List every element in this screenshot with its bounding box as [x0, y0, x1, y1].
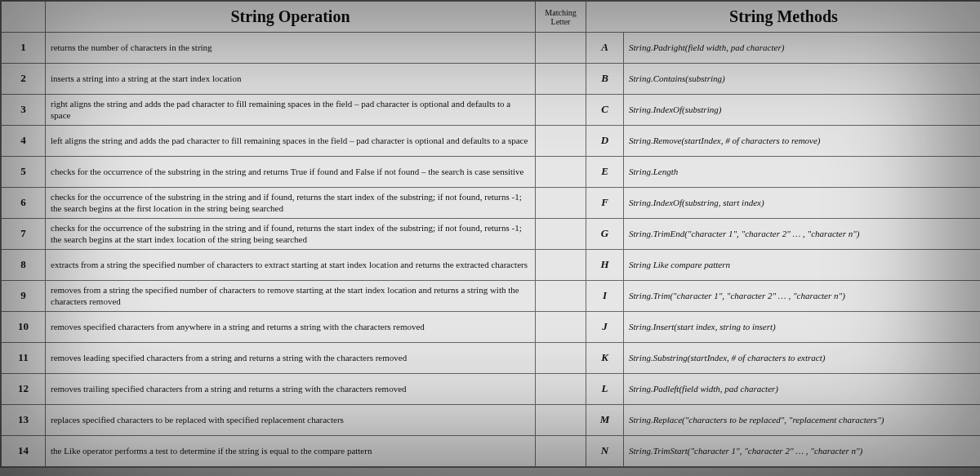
method-letter: C — [586, 95, 624, 126]
table-row: 4left aligns the string and adds the pad… — [2, 126, 981, 157]
header-matching: Matching Letter — [536, 2, 586, 33]
operation-description: removes specified characters from anywhe… — [46, 312, 536, 343]
operation-description: extracts from a string the specified num… — [46, 250, 536, 281]
method-signature: String.Length — [624, 157, 981, 188]
method-letter: B — [586, 64, 624, 95]
method-letter: M — [586, 405, 624, 436]
row-number: 4 — [2, 126, 46, 157]
row-number: 6 — [2, 188, 46, 219]
header-blank-num — [2, 2, 46, 33]
matching-letter-cell[interactable] — [536, 33, 586, 64]
method-letter: K — [586, 343, 624, 374]
matching-letter-cell[interactable] — [536, 312, 586, 343]
method-signature: String.Padright(field width, pad charact… — [624, 33, 981, 64]
row-number: 2 — [2, 64, 46, 95]
method-signature: String.Remove(startIndex, # of character… — [624, 126, 981, 157]
table-row: 1returns the number of characters in the… — [2, 33, 981, 64]
table-row: 12removes trailing specified characters … — [2, 374, 981, 405]
matching-letter-cell[interactable] — [536, 126, 586, 157]
table-row: 13replaces specified characters to be re… — [2, 405, 981, 436]
matching-letter-cell[interactable] — [536, 188, 586, 219]
row-number: 14 — [2, 436, 46, 467]
method-letter: A — [586, 33, 624, 64]
method-letter: G — [586, 219, 624, 250]
row-number: 11 — [2, 343, 46, 374]
operation-description: right aligns the string and adds the pad… — [46, 95, 536, 126]
header-row: String Operation Matching Letter String … — [2, 2, 981, 33]
table-row: 5checks for the occurrence of the substr… — [2, 157, 981, 188]
method-signature: String.TrimEnd("character 1", "character… — [624, 219, 981, 250]
row-number: 3 — [2, 95, 46, 126]
operation-description: checks for the occurrence of the substri… — [46, 188, 536, 219]
method-signature: String.Replace("characters to be replace… — [624, 405, 981, 436]
method-signature: String.Contains(substring) — [624, 64, 981, 95]
matching-letter-cell[interactable] — [536, 281, 586, 312]
table-row: 9removes from a string the specified num… — [2, 281, 981, 312]
matching-letter-cell[interactable] — [536, 219, 586, 250]
matching-letter-cell[interactable] — [536, 250, 586, 281]
method-letter: F — [586, 188, 624, 219]
operation-description: checks for the occurrence of the substri… — [46, 219, 536, 250]
method-letter: I — [586, 281, 624, 312]
table-row: 2inserts a string into a string at the s… — [2, 64, 981, 95]
operation-description: checks for the occurrence of the substri… — [46, 157, 536, 188]
method-letter: H — [586, 250, 624, 281]
operation-description: replaces specified characters to be repl… — [46, 405, 536, 436]
row-number: 5 — [2, 157, 46, 188]
table-row: 10removes specified characters from anyw… — [2, 312, 981, 343]
method-signature: String.Trim("character 1", "character 2"… — [624, 281, 981, 312]
table-row: 3right aligns the string and adds the pa… — [2, 95, 981, 126]
operation-description: removes from a string the specified numb… — [46, 281, 536, 312]
method-letter: D — [586, 126, 624, 157]
method-signature: String.Substring(startIndex, # of charac… — [624, 343, 981, 374]
matching-letter-cell[interactable] — [536, 95, 586, 126]
operation-description: removes trailing specified characters fr… — [46, 374, 536, 405]
operation-description: the Like operator performs a test to det… — [46, 436, 536, 467]
method-letter: L — [586, 374, 624, 405]
row-number: 10 — [2, 312, 46, 343]
table-row: 14the Like operator performs a test to d… — [2, 436, 981, 467]
operation-description: returns the number of characters in the … — [46, 33, 536, 64]
method-signature: String Like compare pattern — [624, 250, 981, 281]
row-number: 7 — [2, 219, 46, 250]
method-signature: String.IndexOf(substring, start index) — [624, 188, 981, 219]
method-signature: String.Insert(start index, string to ins… — [624, 312, 981, 343]
method-signature: String.IndexOf(substring) — [624, 95, 981, 126]
matching-letter-cell[interactable] — [536, 374, 586, 405]
row-number: 12 — [2, 374, 46, 405]
table-row: 6checks for the occurrence of the substr… — [2, 188, 981, 219]
header-operation: String Operation — [46, 2, 536, 33]
row-number: 13 — [2, 405, 46, 436]
matching-letter-cell[interactable] — [536, 64, 586, 95]
table-row: 7checks for the occurrence of the substr… — [2, 219, 981, 250]
matching-letter-cell[interactable] — [536, 157, 586, 188]
matching-letter-cell[interactable] — [536, 405, 586, 436]
method-signature: String.Padleft(field width, pad characte… — [624, 374, 981, 405]
header-methods: String Methods — [586, 2, 981, 33]
worksheet-table: String Operation Matching Letter String … — [0, 0, 980, 468]
matching-letter-cell[interactable] — [536, 436, 586, 467]
string-operations-table: String Operation Matching Letter String … — [1, 1, 980, 467]
method-letter: J — [586, 312, 624, 343]
method-letter: N — [586, 436, 624, 467]
row-number: 8 — [2, 250, 46, 281]
row-number: 1 — [2, 33, 46, 64]
table-row: 11removes leading specified characters f… — [2, 343, 981, 374]
method-letter: E — [586, 157, 624, 188]
operation-description: inserts a string into a string at the st… — [46, 64, 536, 95]
row-number: 9 — [2, 281, 46, 312]
table-row: 8extracts from a string the specified nu… — [2, 250, 981, 281]
matching-letter-cell[interactable] — [536, 343, 586, 374]
operation-description: removes leading specified characters fro… — [46, 343, 536, 374]
method-signature: String.TrimStart("character 1", "charact… — [624, 436, 981, 467]
operation-description: left aligns the string and adds the pad … — [46, 126, 536, 157]
